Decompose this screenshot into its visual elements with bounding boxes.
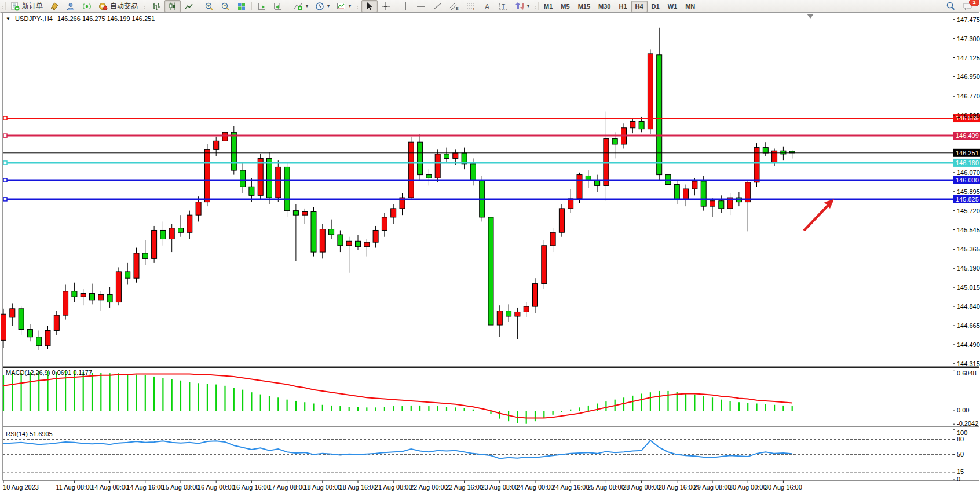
horizontal-line-tool-button[interactable] xyxy=(413,0,429,12)
level-handle[interactable] xyxy=(3,134,7,137)
auto-scroll-button[interactable] xyxy=(254,0,270,12)
equidistant-channel-icon: E xyxy=(449,2,459,11)
x-axis-label: 10 Aug 2023 xyxy=(3,484,39,491)
candle-down xyxy=(249,187,254,195)
price-tag-text: 146.251 xyxy=(956,149,979,156)
candle-up xyxy=(391,209,396,217)
rsi-axis-tick: 15 xyxy=(957,468,964,475)
line-chart-mode-button[interactable] xyxy=(181,0,197,12)
periods-button[interactable]: ▾ xyxy=(312,0,333,12)
candle-up xyxy=(196,202,201,216)
rsi-axis-tick: 50 xyxy=(957,451,964,458)
candle-up xyxy=(533,284,538,306)
macd-axis-tick: 0.6048 xyxy=(957,370,977,377)
candle-up xyxy=(10,309,15,317)
candle-down xyxy=(639,121,644,129)
candle-up xyxy=(524,306,529,312)
candle-up xyxy=(542,246,547,284)
x-axis-label: 14 Aug 16:00 xyxy=(126,484,164,491)
templates-button[interactable]: ▾ xyxy=(333,0,354,12)
x-axis-label: 24 Aug 16:00 xyxy=(552,484,590,491)
vertical-line-tool-button[interactable] xyxy=(398,0,413,12)
new-order-button[interactable]: 新订单 xyxy=(7,0,46,12)
x-axis-label: 30 Aug 00:00 xyxy=(729,484,767,491)
chart-shift-button[interactable] xyxy=(270,0,286,12)
candle-up xyxy=(63,291,68,315)
zoom-out-button[interactable] xyxy=(217,0,233,12)
chart-title-symbol: USDJPY-,H4 xyxy=(15,15,53,22)
fibonacci-tool-button[interactable]: F xyxy=(463,0,480,12)
x-axis-label: 24 Aug 00:00 xyxy=(517,484,554,491)
svg-text:T: T xyxy=(502,3,505,10)
arrows-tool-button[interactable]: ▾ xyxy=(511,0,533,12)
equidistant-channel-tool-button[interactable]: E xyxy=(445,0,463,12)
level-handle[interactable] xyxy=(3,116,7,120)
macd-axis-tick: -0.2042 xyxy=(957,420,978,427)
candle-up xyxy=(54,315,59,330)
toolbar-grip xyxy=(1,2,6,10)
chart-shift-icon xyxy=(273,2,283,11)
text-tool-button[interactable]: A xyxy=(480,0,495,12)
timeframe-button-M5[interactable]: M5 xyxy=(557,1,573,12)
timeframe-button-H1[interactable]: H1 xyxy=(615,1,631,12)
text-label-tool-button[interactable]: T xyxy=(495,0,511,12)
candle-down xyxy=(356,241,361,246)
price-tag-text: 146.409 xyxy=(956,132,979,139)
timeframe-button-MN[interactable]: MN xyxy=(681,1,699,12)
auto-trading-button[interactable]: 自动交易 xyxy=(95,0,141,12)
chart-canvas[interactable]: 146.569146.409146.251146.160146.000145.8… xyxy=(0,12,980,493)
tile-windows-button[interactable] xyxy=(233,0,250,12)
timeframe-button-W1[interactable]: W1 xyxy=(664,1,682,12)
x-axis-label: 29 Aug 08:00 xyxy=(694,484,732,491)
rsi-axis-tick: 0 xyxy=(957,476,960,483)
candle-down xyxy=(426,175,432,178)
crosshair-tool-button[interactable] xyxy=(378,0,394,12)
indicators-button[interactable]: ▾ xyxy=(290,0,312,12)
notifications-button[interactable]: 1 xyxy=(959,0,977,12)
candle-down xyxy=(701,181,706,206)
candle-down xyxy=(36,337,42,346)
zoom-in-button[interactable] xyxy=(201,0,217,12)
candle-down xyxy=(506,311,511,316)
styler-button[interactable] xyxy=(46,0,63,12)
timeframe-button-D1[interactable]: D1 xyxy=(648,1,664,12)
signals-icon xyxy=(82,2,92,11)
candle-down xyxy=(19,309,24,330)
candle-down xyxy=(284,167,290,210)
templates-dropdown-caret[interactable]: ▾ xyxy=(349,3,351,9)
signals-button[interactable] xyxy=(79,0,95,12)
profile-button[interactable] xyxy=(63,0,79,12)
timeframe-button-M30[interactable]: M30 xyxy=(594,1,615,12)
candle-up xyxy=(1,314,6,340)
cursor-tool-button[interactable] xyxy=(361,0,378,12)
candle-down xyxy=(338,235,343,246)
candle-up xyxy=(692,181,697,189)
trendline-tool-button[interactable] xyxy=(429,0,445,12)
rsi-axis-tick: 80 xyxy=(957,436,964,443)
level-handle[interactable] xyxy=(3,161,7,165)
level-handle[interactable] xyxy=(3,178,7,182)
indicators-icon xyxy=(294,2,303,11)
search-button[interactable] xyxy=(942,0,959,12)
timeframe-button-H4[interactable]: H4 xyxy=(631,1,648,12)
chart-window[interactable]: 146.569146.409146.251146.160146.000145.8… xyxy=(0,12,980,493)
x-axis-label: 16 Aug 00:00 xyxy=(198,484,235,491)
toolbar-grip xyxy=(356,2,360,10)
zoom-out-icon xyxy=(221,2,230,11)
level-handle[interactable] xyxy=(3,198,7,201)
candlestick-mode-button[interactable] xyxy=(164,0,181,12)
candlestick-icon xyxy=(168,2,177,11)
candle-up xyxy=(169,228,174,239)
timeframe-button-M15[interactable]: M15 xyxy=(574,1,594,12)
candle-down xyxy=(329,229,334,235)
y-axis-tick: 147.300 xyxy=(957,35,980,42)
timeframe-button-M1[interactable]: M1 xyxy=(540,1,557,12)
candle-up xyxy=(302,212,308,216)
periods-dropdown-caret[interactable]: ▾ xyxy=(327,3,330,9)
price-tag-text: 146.160 xyxy=(956,159,979,166)
arrows-dropdown-caret[interactable]: ▾ xyxy=(527,3,529,9)
symbol-dropdown-icon[interactable]: ▼ xyxy=(6,16,10,21)
bar-chart-mode-button[interactable] xyxy=(148,0,164,12)
indicators-dropdown-caret[interactable]: ▾ xyxy=(306,3,308,9)
y-axis-tick: 144.315 xyxy=(957,360,980,367)
